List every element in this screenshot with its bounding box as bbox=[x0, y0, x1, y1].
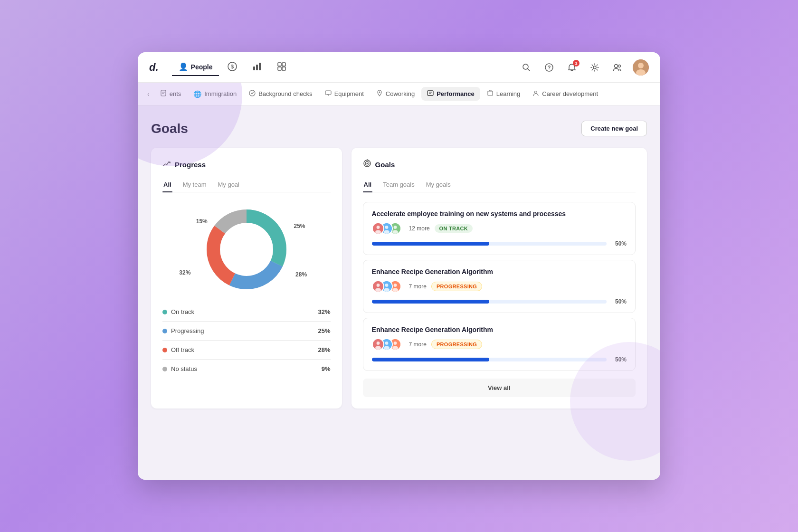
svg-point-39 bbox=[366, 163, 368, 164]
legend-value-offtrack: 28% bbox=[318, 346, 331, 353]
svg-point-14 bbox=[615, 64, 618, 67]
goal-more-1: 12 more bbox=[409, 225, 430, 232]
goal-avatars-1 bbox=[372, 222, 398, 235]
goals-tab-my[interactable]: My goals bbox=[425, 178, 452, 192]
notifications-button[interactable]: 1 bbox=[564, 60, 580, 75]
goals-card-title: Goals bbox=[375, 161, 395, 169]
search-button[interactable] bbox=[519, 60, 534, 75]
subnav-item-performance[interactable]: Performance bbox=[421, 87, 480, 101]
goal-progress-3: 50% bbox=[372, 356, 627, 363]
chart-label-15: 15% bbox=[196, 218, 208, 225]
goal-status-3: PROGRESSING bbox=[431, 340, 482, 349]
subnav-background-label: Background checks bbox=[258, 90, 312, 97]
goal-avatars-2 bbox=[372, 280, 398, 293]
legend-divider-3 bbox=[162, 359, 331, 360]
svg-rect-8 bbox=[282, 67, 285, 70]
svg-rect-6 bbox=[282, 63, 285, 66]
nav-chevron-left[interactable]: ‹ bbox=[147, 90, 150, 98]
goal-status-1: ON TRACK bbox=[435, 224, 473, 233]
avatar-2-1 bbox=[372, 280, 384, 293]
donut-chart bbox=[199, 202, 294, 297]
svg-rect-19 bbox=[161, 90, 166, 96]
subnav-item-career[interactable]: Career development bbox=[527, 87, 604, 101]
goals-tab-all[interactable]: All bbox=[363, 178, 373, 192]
chart-label-25: 25% bbox=[294, 223, 305, 229]
nav-item-grid[interactable] bbox=[270, 58, 293, 77]
page-title: Goals bbox=[151, 121, 188, 136]
svg-rect-2 bbox=[253, 66, 255, 70]
subnav-item-equipment[interactable]: Equipment bbox=[319, 87, 370, 101]
svg-point-57 bbox=[393, 284, 397, 287]
view-all-button[interactable]: View all bbox=[363, 379, 636, 397]
nav-item-finance[interactable]: $ bbox=[221, 58, 244, 77]
progress-tab-myteam[interactable]: My team bbox=[182, 178, 208, 192]
goal-title-3: Enhance Recipe Generation Algorithm bbox=[372, 326, 627, 333]
legend-item-ontrack: On track 32% bbox=[162, 308, 331, 315]
svg-rect-3 bbox=[256, 65, 258, 70]
progress-tab-mygoal[interactable]: My goal bbox=[217, 178, 240, 192]
progress-bg-2 bbox=[372, 300, 607, 304]
subnav-item-background[interactable]: Background checks bbox=[243, 87, 318, 101]
goal-item-2: Enhance Recipe Generation Algorithm bbox=[363, 260, 636, 313]
legend-dot-nostatus bbox=[162, 367, 167, 371]
goal-more-2: 7 more bbox=[409, 283, 427, 290]
progress-tab-all[interactable]: All bbox=[162, 178, 172, 192]
finance-icon: $ bbox=[228, 62, 237, 73]
nav-item-people-label: People bbox=[191, 63, 213, 71]
svg-point-17 bbox=[638, 63, 644, 68]
avatar-1-1 bbox=[372, 222, 384, 235]
app-logo: d. bbox=[149, 61, 159, 74]
nav-item-analytics[interactable] bbox=[246, 58, 268, 77]
svg-point-58 bbox=[392, 288, 398, 292]
top-navigation: d. 👤 People $ bbox=[138, 52, 660, 83]
subnav-item-coworking[interactable]: Coworking bbox=[370, 87, 420, 101]
subnav-item-documents[interactable]: ents bbox=[154, 87, 187, 101]
svg-rect-4 bbox=[259, 63, 261, 70]
settings-button[interactable] bbox=[587, 60, 602, 75]
subnav-item-immigration[interactable]: 🌐 Immigration bbox=[188, 87, 242, 101]
chart-label-28: 28% bbox=[295, 271, 307, 278]
svg-line-10 bbox=[528, 68, 530, 71]
progress-legend: On track 32% Progressing 25% bbox=[162, 308, 331, 372]
svg-rect-27 bbox=[428, 91, 433, 95]
svg-text:$: $ bbox=[231, 64, 234, 69]
progress-fill-1 bbox=[372, 242, 489, 246]
legend-item-nostatus: No status 9% bbox=[162, 365, 331, 372]
goal-more-3: 7 more bbox=[409, 341, 427, 348]
subnav-performance-label: Performance bbox=[437, 90, 474, 97]
goals-card-icon bbox=[363, 159, 371, 170]
svg-point-46 bbox=[384, 230, 390, 234]
team-view-button[interactable] bbox=[610, 60, 625, 75]
subnav-coworking-label: Coworking bbox=[386, 90, 415, 97]
nav-item-people[interactable]: 👤 People bbox=[172, 58, 219, 76]
learning-icon bbox=[487, 90, 494, 98]
legend-divider-2 bbox=[162, 340, 331, 341]
svg-point-26 bbox=[379, 92, 380, 93]
create-new-goal-button[interactable]: Create new goal bbox=[581, 121, 647, 136]
goals-card-header: Goals bbox=[363, 159, 636, 170]
goals-tab-team[interactable]: Team goals bbox=[382, 178, 415, 192]
legend-item-offtrack: Off track 28% bbox=[162, 346, 331, 353]
subnav-learning-label: Learning bbox=[496, 90, 521, 97]
user-avatar[interactable] bbox=[633, 59, 649, 76]
svg-point-13 bbox=[593, 66, 596, 69]
notification-badge: 1 bbox=[573, 60, 580, 66]
legend-label-progressing: Progressing bbox=[171, 327, 204, 334]
legend-value-ontrack: 32% bbox=[318, 308, 331, 315]
svg-point-55 bbox=[384, 288, 390, 292]
progress-bg-3 bbox=[372, 358, 607, 361]
legend-divider-1 bbox=[162, 321, 331, 322]
progress-fill-3 bbox=[372, 358, 489, 361]
progress-pct-1: 50% bbox=[611, 240, 627, 247]
svg-point-54 bbox=[385, 284, 388, 287]
svg-point-36 bbox=[220, 223, 273, 276]
background-icon bbox=[249, 90, 256, 98]
svg-point-15 bbox=[618, 65, 621, 67]
subnav-item-learning[interactable]: Learning bbox=[481, 87, 526, 101]
legend-label-offtrack: Off track bbox=[171, 346, 194, 353]
svg-point-43 bbox=[375, 230, 381, 234]
page-header: Goals Create new goal bbox=[151, 121, 647, 136]
top-actions: ? 1 bbox=[519, 59, 649, 76]
help-button[interactable]: ? bbox=[542, 60, 557, 75]
goal-meta-3: 7 more PROGRESSING bbox=[372, 338, 627, 351]
